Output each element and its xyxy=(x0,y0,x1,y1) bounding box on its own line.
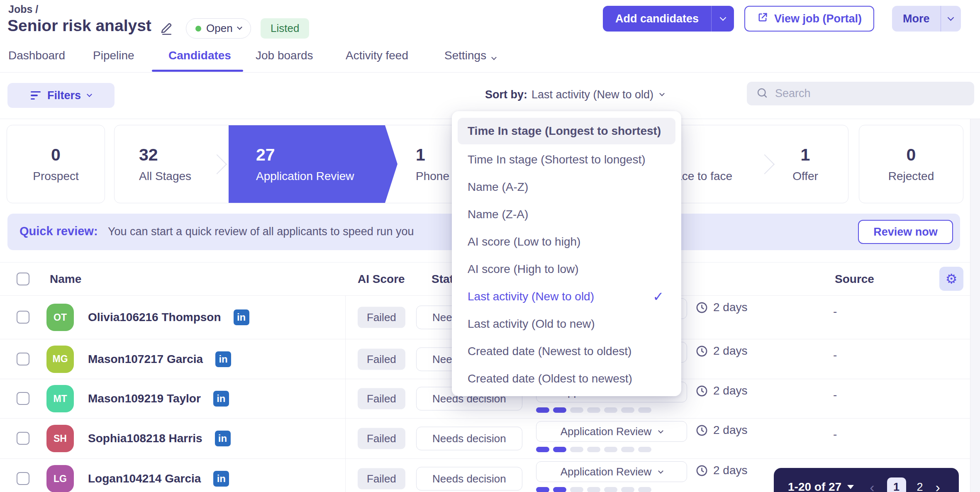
tab-activity-feed[interactable]: Activity feed xyxy=(346,49,408,62)
linkedin-icon[interactable]: in xyxy=(213,391,229,407)
sort-option-ai-low-high[interactable]: AI score (Low to high) xyxy=(468,228,666,256)
source-value: - xyxy=(833,428,837,441)
tab-job-boards[interactable]: Job boards xyxy=(256,49,313,62)
row-checkbox[interactable] xyxy=(17,311,29,324)
sort-option-name-za[interactable]: Name (Z-A) xyxy=(468,201,666,228)
stage-card-prospect[interactable]: 0 Prospect xyxy=(7,125,105,203)
column-header-ai-score[interactable]: AI Score xyxy=(358,273,405,286)
linkedin-icon[interactable]: in xyxy=(215,431,231,446)
edit-title-icon[interactable] xyxy=(159,22,174,38)
column-header-name[interactable]: Name xyxy=(50,273,81,286)
stage-progress xyxy=(536,407,651,413)
tab-settings[interactable]: Settings xyxy=(444,49,496,62)
next-page-button[interactable]: › xyxy=(936,481,940,492)
time-in-stage: 2 days xyxy=(695,384,748,397)
page-1-button[interactable]: 1 xyxy=(887,477,906,492)
scrollbar-gutter[interactable] xyxy=(970,119,980,492)
search-input[interactable] xyxy=(775,87,965,100)
tab-settings-label: Settings xyxy=(444,49,486,62)
add-candidates-button[interactable]: Add candidates xyxy=(603,6,734,32)
sort-option-activity-new-old[interactable]: Last activity (New to old) ✓ xyxy=(468,283,666,310)
prev-page-button[interactable]: ‹ xyxy=(870,481,874,492)
clock-icon xyxy=(695,424,708,437)
status-open-dot xyxy=(195,26,201,32)
tab-pipeline[interactable]: Pipeline xyxy=(93,49,134,62)
row-checkbox[interactable] xyxy=(17,392,29,405)
candidate-name[interactable]: Logan104214 Garcia xyxy=(88,472,201,485)
chevron-down-icon xyxy=(658,428,663,434)
candidate-name[interactable]: Sophia108218 Harris xyxy=(88,432,202,445)
listed-badge: Listed xyxy=(261,18,309,39)
row-checkbox[interactable] xyxy=(17,472,29,485)
pagination-bar: 1-20 of 27 ‹ 1 2 › xyxy=(774,468,959,492)
sort-option-name-az[interactable]: Name (A-Z) xyxy=(468,173,666,201)
row-checkbox[interactable] xyxy=(17,353,29,365)
filters-button[interactable]: Filters xyxy=(7,83,115,108)
sort-by-dropdown[interactable]: Sort by: Last activity (New to old) xyxy=(485,83,664,106)
table-settings-button[interactable]: ⚙ xyxy=(939,267,963,291)
row-checkbox[interactable] xyxy=(17,432,29,445)
column-header-source[interactable]: Source xyxy=(835,273,874,286)
linkedin-icon[interactable]: in xyxy=(234,309,249,325)
stage-card-rejected[interactable]: 0 Rejected xyxy=(859,125,963,203)
source-value: - xyxy=(833,388,837,402)
stage-label: All Stages xyxy=(139,169,191,183)
sort-option-time-longest[interactable]: Time In stage (Longest to shortest) xyxy=(458,118,675,144)
sort-option-created-oldest[interactable]: Created date (Oldest to newest) xyxy=(468,365,666,392)
sort-option-ai-high-low[interactable]: AI score (High to low) xyxy=(468,256,666,283)
stage-all-stages[interactable]: 32 All Stages xyxy=(139,125,191,203)
stage-select[interactable]: Application Review xyxy=(536,461,687,482)
linkedin-icon[interactable]: in xyxy=(213,471,229,487)
page-2-button[interactable]: 2 xyxy=(917,481,923,492)
status-decision-button[interactable]: Needs decision xyxy=(416,467,522,491)
select-all-checkbox[interactable] xyxy=(17,273,29,285)
avatar: SH xyxy=(46,425,74,452)
stage-count: 27 xyxy=(256,145,397,164)
stage-select[interactable]: Application Review xyxy=(536,421,687,442)
search-box[interactable] xyxy=(747,82,974,105)
sort-option-created-newest[interactable]: Created date (Newest to oldest) xyxy=(468,338,666,365)
sort-option-activity-old-new[interactable]: Last activity (Old to new) xyxy=(468,310,666,338)
linkedin-icon[interactable]: in xyxy=(215,351,231,367)
sort-option-label: Last activity (New to old) xyxy=(468,290,594,303)
tab-dashboard[interactable]: Dashboard xyxy=(8,49,65,62)
search-icon xyxy=(756,87,768,101)
more-button[interactable]: More xyxy=(892,6,961,32)
stage-select-value: Application Review xyxy=(561,425,652,438)
stage-phone[interactable]: 1 Phone xyxy=(416,125,449,203)
review-now-button[interactable]: Review now xyxy=(858,220,953,244)
breadcrumb[interactable]: Jobs / xyxy=(8,3,38,15)
pagination-range-dropdown[interactable]: 1-20 of 27 xyxy=(788,480,841,492)
stage-label: Rejected xyxy=(888,169,934,183)
add-candidates-menu-toggle[interactable] xyxy=(712,18,734,20)
ai-score-badge: Failed xyxy=(358,348,405,370)
view-job-label: View job (Portal) xyxy=(774,12,862,25)
source-value: - xyxy=(833,305,837,318)
stage-application-review-selected[interactable]: 27 Application Review xyxy=(229,125,397,203)
time-in-stage: 2 days xyxy=(695,424,748,437)
gear-icon: ⚙ xyxy=(946,271,958,287)
page-title: Senior risk analyst xyxy=(7,17,151,35)
filters-label: Filters xyxy=(47,89,81,102)
external-link-icon xyxy=(757,12,768,26)
stage-count: 32 xyxy=(139,145,191,164)
range-dropdown-icon xyxy=(847,485,854,489)
stage-offer[interactable]: 1 Offer xyxy=(753,125,848,203)
time-in-stage: 2 days xyxy=(695,344,748,358)
table-row[interactable]: SH Sophia108218 Harris in Failed Needs d… xyxy=(0,419,980,459)
candidate-name[interactable]: Olivia106216 Thompson xyxy=(88,311,221,324)
sort-option-time-shortest[interactable]: Time In stage (Shortest to longest) xyxy=(468,146,666,173)
job-status-dropdown[interactable]: Open xyxy=(186,18,251,39)
clock-icon xyxy=(695,301,708,314)
ai-score-badge: Failed xyxy=(358,388,405,409)
more-menu-toggle[interactable] xyxy=(941,18,961,20)
clock-icon xyxy=(695,385,708,397)
tab-candidates[interactable]: Candidates xyxy=(168,49,231,62)
status-decision-button[interactable]: Needs decision xyxy=(416,427,522,451)
chevron-down-icon xyxy=(237,24,242,30)
stage-label: Application Review xyxy=(256,169,397,183)
stage-count: 0 xyxy=(907,145,916,164)
candidate-name[interactable]: Mason107217 Garcia xyxy=(88,353,203,366)
view-job-portal-button[interactable]: View job (Portal) xyxy=(744,6,874,32)
candidate-name[interactable]: Mason109219 Taylor xyxy=(88,392,201,405)
